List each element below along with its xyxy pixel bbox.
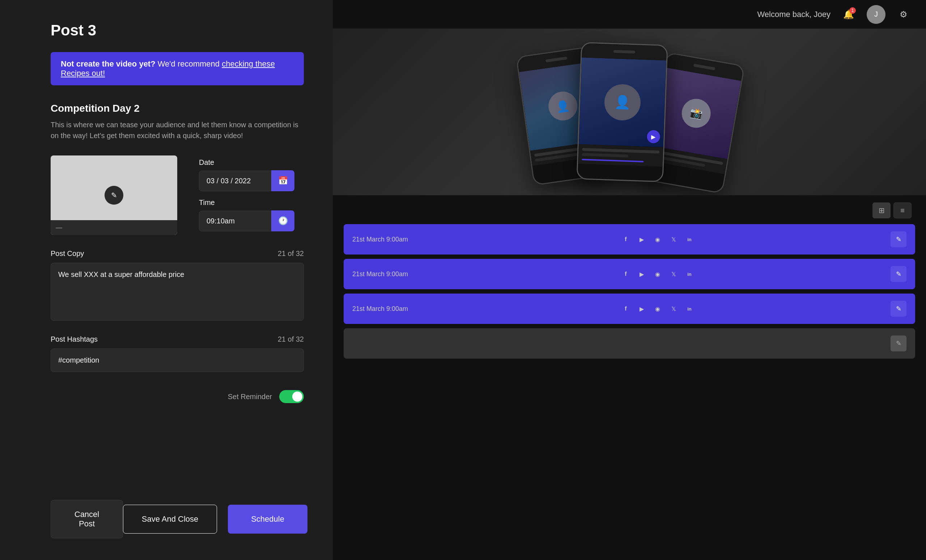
datetime-fields: Date 📅 Time 🕐: [199, 155, 294, 231]
time-input[interactable]: [199, 211, 271, 231]
bottom-buttons: Cancel Post Save And Close Schedule: [51, 500, 304, 538]
list-item: 21st March 9:00am f ▶ ◉ 𝕏 in ✎: [343, 259, 915, 289]
facebook-icon: f: [621, 269, 631, 279]
notification-badge: 1: [849, 7, 856, 14]
view-toggles: ⊞ ≡: [873, 202, 912, 218]
settings-button[interactable]: ⚙: [896, 6, 912, 23]
banner-bold: Not create the video yet?: [61, 59, 156, 68]
list-icon: ≡: [900, 207, 905, 215]
edit-button[interactable]: ✎: [891, 301, 906, 317]
instagram-icon: ◉: [652, 269, 663, 279]
reminder-label: Set Reminder: [228, 392, 272, 401]
cancel-post-button[interactable]: Cancel Post: [51, 500, 123, 538]
date-field-group: Date 📅: [199, 158, 294, 191]
gear-icon: ⚙: [900, 9, 908, 20]
banner-text: We'd recommend: [156, 59, 222, 68]
time-field-group: Time 🕐: [199, 198, 294, 231]
edit-video-button[interactable]: ✎: [104, 186, 123, 205]
pencil-icon: ✎: [896, 305, 902, 313]
phone-preview-area: 👤 👤: [333, 29, 926, 195]
list-item: 21st March 9:00am f ▶ ◉ 𝕏 in ✎: [343, 294, 915, 324]
reminder-toggle[interactable]: [279, 390, 304, 403]
grid-view-button[interactable]: ⊞: [873, 202, 891, 218]
edit-button[interactable]: ✎: [891, 335, 906, 352]
twitter-icon: 𝕏: [669, 304, 679, 314]
post-copy-count: 21 of 32: [278, 249, 304, 258]
twitter-icon: 𝕏: [669, 234, 679, 245]
list-item: ✎: [343, 328, 915, 359]
list-view-button[interactable]: ≡: [893, 202, 912, 218]
linkedin-icon: in: [684, 304, 694, 314]
date-input[interactable]: [199, 171, 271, 191]
facebook-icon: f: [621, 234, 631, 245]
post-date: 21st March 9:00am: [352, 236, 425, 243]
post-list: 21st March 9:00am f ▶ ◉ 𝕏 in ✎ 21st Marc…: [333, 224, 926, 363]
right-header: Welcome back, Joey 🔔 1 J ⚙: [333, 0, 926, 29]
edit-button[interactable]: ✎: [891, 266, 906, 282]
schedule-button[interactable]: Schedule: [228, 505, 307, 534]
youtube-icon: ▶: [637, 304, 647, 314]
linkedin-icon: in: [684, 234, 694, 245]
list-item: 21st March 9:00am f ▶ ◉ 𝕏 in ✎: [343, 224, 915, 255]
pencil-icon: ✎: [896, 270, 902, 278]
youtube-icon: ▶: [637, 234, 647, 245]
social-icons: f ▶ ◉ 𝕏 in: [621, 304, 694, 314]
social-icons: f ▶ ◉ 𝕏 in: [621, 234, 694, 245]
social-icons: f ▶ ◉ 𝕏 in: [621, 269, 694, 279]
post-date: 21st March 9:00am: [352, 270, 425, 278]
welcome-text: Welcome back, Joey: [757, 10, 831, 19]
clock-icon: 🕐: [278, 216, 288, 226]
video-thumbnail[interactable]: ✎ —: [51, 155, 177, 235]
time-input-row: 🕐: [199, 210, 294, 231]
twitter-icon: 𝕏: [669, 269, 679, 279]
linkedin-icon: in: [684, 269, 694, 279]
pencil-icon: ✎: [896, 235, 902, 243]
post-hashtags-input[interactable]: [51, 349, 304, 372]
instagram-icon: ◉: [652, 234, 663, 245]
save-and-close-button[interactable]: Save And Close: [123, 505, 217, 534]
time-label: Time: [199, 198, 294, 207]
calendar-button[interactable]: 📅: [271, 170, 294, 191]
post-hashtags-count: 21 of 32: [278, 335, 304, 343]
pencil-icon: ✎: [896, 340, 902, 347]
date-label: Date: [199, 158, 294, 167]
info-banner: Not create the video yet? We'd recommend…: [51, 52, 304, 85]
post-hashtags-header: Post Hashtags 21 of 32: [51, 335, 304, 343]
video-caption: —: [51, 220, 177, 235]
date-input-row: 📅: [199, 170, 294, 191]
post-copy-header: Post Copy 21 of 32: [51, 249, 304, 258]
notifications-button[interactable]: 🔔 1: [841, 6, 856, 23]
right-panel: Welcome back, Joey 🔔 1 J ⚙ 👤: [333, 0, 926, 560]
reminder-row: Set Reminder: [51, 390, 304, 403]
action-buttons: Save And Close Schedule: [123, 505, 307, 534]
clock-button[interactable]: 🕐: [271, 210, 294, 231]
media-datetime-row: ✎ — Date 📅 Time 🕐: [51, 155, 304, 235]
post-hashtags-section: Post Hashtags 21 of 32: [51, 335, 304, 372]
youtube-icon: ▶: [637, 269, 647, 279]
avatar[interactable]: J: [867, 5, 885, 24]
post-title: Post 3: [51, 22, 304, 39]
post-copy-section: Post Copy 21 of 32: [51, 249, 304, 322]
post-hashtags-label: Post Hashtags: [51, 335, 98, 343]
pencil-icon: ✎: [111, 191, 117, 199]
phone-image: 👤 👤: [333, 29, 926, 195]
edit-button[interactable]: ✎: [891, 231, 906, 247]
competition-title: Competition Day 2: [51, 103, 304, 114]
facebook-icon: f: [621, 304, 631, 314]
competition-description: This is where we can tease your audience…: [51, 119, 304, 141]
post-copy-textarea[interactable]: [51, 263, 304, 321]
left-panel: Post 3 Not create the video yet? We'd re…: [0, 0, 333, 560]
grid-icon: ⊞: [879, 206, 885, 215]
post-date: 21st March 9:00am: [352, 305, 425, 313]
toggle-knob: [292, 391, 303, 402]
post-copy-label: Post Copy: [51, 249, 84, 258]
instagram-icon: ◉: [652, 304, 663, 314]
calendar-icon: 📅: [278, 176, 288, 186]
